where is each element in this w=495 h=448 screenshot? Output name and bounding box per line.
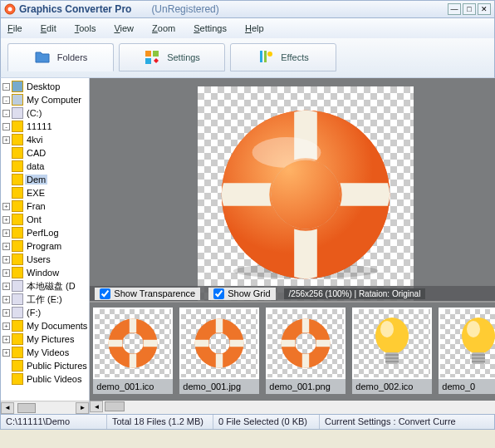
thumbnail-strip: demo_001.icodemo_001.jpgdemo_001.pngdemo… — [90, 301, 495, 401]
tree-node[interactable]: CAD — [1, 146, 89, 160]
expand-toggle[interactable]: + — [2, 296, 10, 303]
folder-tree[interactable]: -Desktop-My Computer-(C:)-11111+4kviCADd… — [1, 78, 89, 401]
show-grid-checkbox[interactable]: Show Grid — [208, 288, 275, 300]
folder-icon — [12, 240, 23, 252]
tab-folders[interactable]: Folders — [7, 43, 114, 71]
settings-icon — [144, 49, 160, 66]
folder-icon — [12, 147, 23, 159]
folder-icon — [12, 320, 23, 332]
tree-node[interactable]: -My Computer — [1, 93, 89, 106]
expand-toggle[interactable]: + — [2, 283, 10, 290]
tree-node[interactable]: Dem — [1, 173, 89, 186]
menubar: FileEditToolsViewZoomSettingsHelp — [0, 18, 495, 38]
tab-effects[interactable]: Effects — [230, 43, 336, 71]
svg-rect-39 — [472, 357, 485, 359]
tree-node[interactable]: +Users — [1, 253, 89, 266]
expand-toggle[interactable]: + — [2, 349, 10, 357]
folder-icon — [34, 49, 51, 66]
thumbnail[interactable]: demo_001.ico — [93, 308, 173, 399]
tree-node[interactable]: +本地磁盘 (D — [1, 279, 89, 293]
tree-label: EXE — [25, 188, 47, 198]
expand-toggle[interactable]: - — [2, 123, 10, 130]
menu-file[interactable]: File — [7, 23, 22, 33]
tree-node[interactable]: -(C:) — [1, 106, 89, 120]
drive-icon — [12, 280, 23, 292]
tree-node[interactable]: -11111 — [1, 120, 89, 133]
comp-icon — [12, 94, 23, 106]
tree-node[interactable]: +My Documents — [1, 319, 89, 332]
expand-toggle[interactable]: + — [2, 309, 10, 317]
thumbnail-caption: demo_001.jpg — [179, 379, 259, 394]
tree-node[interactable]: +My Pictures — [1, 332, 89, 346]
expand-toggle[interactable]: + — [2, 256, 10, 263]
expand-toggle[interactable]: + — [2, 136, 10, 144]
menu-edit[interactable]: Edit — [41, 23, 56, 33]
tree-node[interactable]: +My Videos — [1, 346, 89, 359]
expand-toggle[interactable]: + — [2, 336, 10, 343]
tree-node[interactable]: +工作 (E:) — [1, 293, 89, 306]
scroll-left-button[interactable]: ◄ — [1, 402, 14, 414]
expand-toggle[interactable]: - — [2, 83, 10, 91]
thumbnail[interactable]: demo_002.ico — [352, 308, 432, 399]
menu-settings[interactable]: Settings — [194, 23, 227, 33]
thumbnail[interactable]: demo_001.jpg — [179, 308, 259, 399]
expand-toggle[interactable]: + — [2, 269, 10, 277]
scroll-thumb[interactable] — [105, 401, 125, 411]
scroll-thumb[interactable] — [17, 403, 36, 413]
tree-node[interactable]: -Desktop — [1, 80, 89, 93]
status-path: C:\11111\Demo — [1, 415, 107, 429]
scroll-track[interactable] — [103, 401, 495, 414]
tree-node[interactable]: Public Videos — [1, 372, 89, 386]
preview-canvas — [198, 86, 414, 301]
thumbnail-image — [439, 308, 495, 379]
tree-node[interactable]: +Window — [1, 266, 89, 279]
sidebar-hscroll[interactable]: ◄ ► — [1, 401, 89, 414]
close-button[interactable]: ✕ — [478, 3, 491, 15]
tree-node[interactable]: +(F:) — [1, 306, 89, 319]
status-settings: Current Settings : Convert Curre — [320, 415, 494, 429]
expand-toggle[interactable]: + — [2, 229, 10, 237]
scroll-track[interactable] — [14, 402, 76, 414]
menu-help[interactable]: Help — [245, 23, 264, 33]
tree-node[interactable]: +Ont — [1, 213, 89, 226]
tree-node[interactable]: +Program — [1, 239, 89, 253]
statusbar: C:\11111\Demo Total 18 Files (1.2 MB) 0 … — [0, 414, 495, 430]
expand-toggle[interactable]: + — [2, 243, 10, 250]
folder-icon — [12, 121, 23, 132]
tree-node[interactable]: data — [1, 160, 89, 173]
expand-toggle[interactable]: - — [2, 96, 10, 104]
minimize-button[interactable]: — — [448, 3, 461, 15]
svg-point-36 — [467, 321, 480, 337]
svg-rect-6 — [264, 51, 267, 62]
main-area: -Desktop-My Computer-(C:)-11111+4kviCADd… — [0, 78, 495, 414]
sidebar: -Desktop-My Computer-(C:)-11111+4kviCADd… — [1, 78, 90, 414]
folder-icon — [12, 333, 23, 345]
thumbnail-caption: demo_002.ico — [352, 379, 432, 394]
menu-view[interactable]: View — [114, 23, 134, 33]
show-transparence-checkbox[interactable]: Show Transparence — [95, 288, 200, 300]
tree-node[interactable]: +PerfLog — [1, 226, 89, 239]
drive-icon — [12, 293, 23, 305]
tab-settings[interactable]: Settings — [119, 43, 225, 71]
tree-node[interactable]: +4kvi — [1, 133, 89, 146]
tree-label: Public Pictures — [25, 361, 89, 371]
thumbnail[interactable]: demo_001.png — [266, 308, 346, 399]
scroll-right-button[interactable]: ► — [76, 402, 89, 414]
tree-node[interactable]: EXE — [1, 186, 89, 199]
tree-node[interactable]: Public Pictures — [1, 359, 89, 372]
thumbnail-image — [352, 308, 432, 379]
svg-point-1 — [8, 7, 12, 12]
expand-toggle[interactable]: + — [2, 203, 10, 210]
expand-toggle[interactable]: + — [2, 216, 10, 224]
maximize-button[interactable]: □ — [463, 3, 476, 15]
scroll-left-button[interactable]: ◄ — [90, 401, 103, 412]
tree-node[interactable]: +Fran — [1, 199, 89, 213]
tree-label: My Pictures — [25, 334, 76, 344]
effects-icon — [257, 49, 274, 66]
thumbnail[interactable]: demo_0 — [439, 308, 495, 399]
expand-toggle[interactable]: - — [2, 110, 10, 117]
expand-toggle[interactable]: + — [2, 322, 10, 330]
thumbs-hscroll[interactable]: ◄ ► — [90, 401, 495, 414]
menu-tools[interactable]: Tools — [75, 23, 96, 33]
menu-zoom[interactable]: Zoom — [152, 23, 175, 33]
